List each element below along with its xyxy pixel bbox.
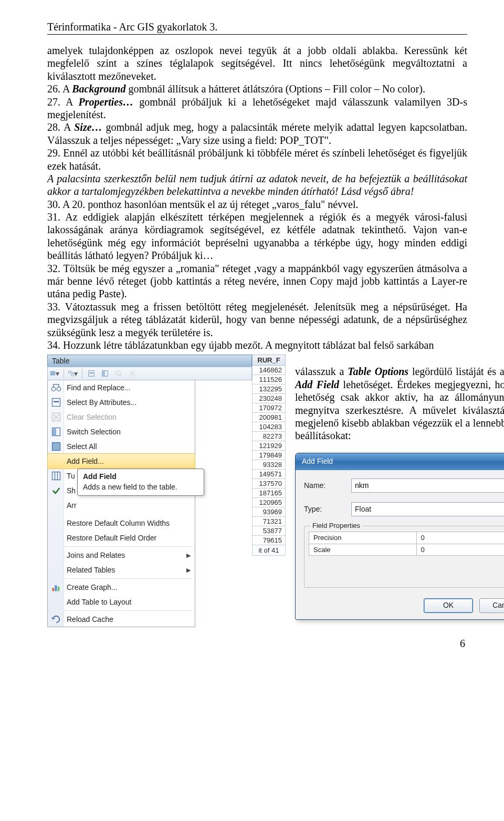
ok-button[interactable]: OK bbox=[424, 598, 473, 612]
table-cell[interactable]: 170972 bbox=[252, 403, 286, 413]
dialog-titlebar[interactable]: Add Field bbox=[296, 453, 504, 470]
table-row[interactable]: Scale 0 bbox=[309, 544, 505, 556]
binoculars-icon bbox=[51, 383, 61, 392]
txt: Background bbox=[72, 83, 125, 95]
para-28: 28. A Size… gombnál adjuk meg, hogy a pa… bbox=[47, 121, 467, 147]
txt: 34. Hozzunk létre táblázatunkban egy úja… bbox=[47, 339, 434, 351]
table-data-column: RUR_F 1468621115261322952302481709722009… bbox=[252, 355, 286, 556]
document-body: amelyek tulajdonképpen az oszlopok nevei… bbox=[47, 44, 467, 351]
menu-label: Find and Replace... bbox=[67, 383, 191, 392]
table-cell[interactable]: 179849 bbox=[252, 451, 286, 460]
menu-arrange[interactable]: Arr bbox=[48, 498, 195, 513]
para-29: 29. Ennél az utóbbi két beállításnál pró… bbox=[47, 147, 467, 172]
svg-point-9 bbox=[116, 371, 121, 376]
txt: Table Options bbox=[348, 366, 408, 377]
select-by-attr-icon[interactable] bbox=[87, 369, 96, 378]
type-value: Float bbox=[355, 505, 371, 514]
check-icon bbox=[51, 486, 61, 495]
menu-select-all[interactable]: Select All bbox=[48, 439, 195, 454]
prop-value[interactable]: 0 bbox=[416, 532, 504, 544]
txt: 26. A bbox=[47, 83, 72, 95]
para-intro: amelyek tulajdonképpen az oszlopok nevei… bbox=[47, 44, 467, 82]
table-cell[interactable]: 71321 bbox=[252, 517, 286, 526]
menu-reload-cache[interactable]: Reload Cache bbox=[48, 612, 195, 627]
menu-add-table-layout[interactable]: Add Table to Layout bbox=[48, 595, 195, 609]
table-cell[interactable]: 93328 bbox=[252, 460, 286, 470]
menu-find-replace[interactable]: Find and Replace... bbox=[48, 380, 195, 395]
type-label: Type: bbox=[304, 505, 351, 514]
name-label: Name: bbox=[304, 481, 351, 490]
table-cell[interactable]: 53877 bbox=[252, 526, 286, 536]
para-27: 27. A Properties… gombnál próbáljuk ki a… bbox=[47, 96, 467, 121]
table-cell[interactable]: 93969 bbox=[252, 507, 286, 517]
menu-related-tables[interactable]: Related Tables ▶ bbox=[48, 563, 195, 577]
clear-selection-icon[interactable] bbox=[128, 369, 137, 378]
tooltip-title: Add Field bbox=[83, 472, 198, 481]
svg-rect-13 bbox=[54, 401, 59, 403]
blank-icon bbox=[51, 550, 61, 560]
menu-label: Add Table to Layout bbox=[67, 598, 191, 606]
para-34-cont: válasszuk a Table Options legördülő list… bbox=[295, 365, 504, 442]
svg-rect-0 bbox=[50, 371, 56, 372]
blank-icon bbox=[51, 565, 61, 575]
cancel-button[interactable]: Cancel bbox=[479, 598, 504, 612]
table-cell[interactable]: 137570 bbox=[252, 479, 286, 489]
table-options-icon[interactable]: ▾ bbox=[50, 369, 59, 378]
para-note: A palacsinta szerkesztőn belül nem tudju… bbox=[47, 172, 467, 198]
menu-restore-col-widths[interactable]: Restore Default Column Widths bbox=[48, 516, 195, 531]
table-window-title: Table bbox=[47, 355, 252, 367]
svg-rect-19 bbox=[52, 588, 55, 591]
table-cell[interactable]: 82273 bbox=[252, 432, 286, 441]
para-32: 32. Töltsük be még egyszer a „romania" r… bbox=[47, 262, 467, 300]
para-26: 26. A Background gombnál állítsuk a hátt… bbox=[47, 82, 467, 95]
field-props-legend: Field Properties bbox=[310, 522, 363, 530]
column-header[interactable]: RUR_F bbox=[252, 355, 286, 366]
table-cell[interactable]: 121929 bbox=[252, 441, 286, 451]
add-field-dialog: Add Field Name: Type: Float ▾ bbox=[295, 453, 504, 620]
menu-restore-field-order[interactable]: Restore Default Field Order bbox=[48, 531, 195, 545]
svg-rect-17 bbox=[52, 443, 60, 451]
txt: 27. A bbox=[47, 96, 79, 108]
type-select[interactable]: Float ▾ bbox=[351, 502, 504, 516]
name-input[interactable] bbox=[351, 479, 504, 493]
table-cell[interactable]: 200981 bbox=[252, 413, 286, 422]
menu-clear-selection: Clear Selection bbox=[48, 410, 195, 424]
dialog-title: Add Field bbox=[302, 457, 333, 466]
table-row[interactable]: Precision 0 bbox=[309, 532, 505, 544]
svg-rect-2 bbox=[50, 375, 56, 376]
svg-rect-20 bbox=[55, 586, 57, 591]
table-cell[interactable]: 149571 bbox=[252, 470, 286, 479]
menu-switch-selection[interactable]: Switch Selection bbox=[48, 424, 195, 439]
switch-selection-icon[interactable] bbox=[100, 369, 110, 378]
blank-icon bbox=[51, 518, 61, 528]
menu-joins-relates[interactable]: Joins and Relates ▶ bbox=[48, 548, 195, 563]
tooltip-body: Adds a new field to the table. bbox=[83, 483, 198, 491]
svg-rect-4 bbox=[71, 374, 74, 376]
menu-add-field[interactable]: Add Field... bbox=[47, 453, 195, 469]
table-options-menu: Find and Replace... Select By Attributes… bbox=[47, 380, 195, 627]
related-tables-icon[interactable]: ▾ bbox=[68, 369, 78, 378]
menu-label: Select All bbox=[67, 442, 191, 451]
menu-label: Arr bbox=[67, 501, 191, 510]
blank-icon bbox=[51, 501, 61, 510]
table-cell[interactable]: 111526 bbox=[252, 375, 286, 384]
field-props-table[interactable]: Precision 0 Scale 0 bbox=[309, 532, 504, 556]
txt: válasszuk a bbox=[295, 366, 348, 377]
table-cell[interactable]: 104283 bbox=[252, 422, 286, 432]
table-cell[interactable]: 187165 bbox=[252, 489, 286, 498]
table-cell[interactable]: 120965 bbox=[252, 498, 286, 507]
menu-select-by-attributes[interactable]: Select By Attributes... bbox=[48, 395, 195, 410]
menu-label: Create Graph... bbox=[67, 583, 191, 591]
table-cell[interactable]: 230248 bbox=[252, 394, 286, 403]
table-cell[interactable]: 132295 bbox=[252, 384, 286, 394]
add-field-tooltip: Add Field Adds a new field to the table. bbox=[77, 469, 204, 496]
table-cell[interactable]: 79615 bbox=[252, 536, 286, 545]
blank-icon bbox=[51, 533, 61, 543]
zoom-selected-icon[interactable] bbox=[114, 369, 123, 378]
table-cell[interactable]: 146862 bbox=[252, 366, 286, 375]
menu-create-graph[interactable]: Create Graph... bbox=[48, 580, 195, 595]
para-31: 31. Az eddigiek alapján elkészített térk… bbox=[47, 211, 467, 262]
select-attr-icon bbox=[51, 398, 61, 407]
table-toolbar: ▾ ▾ bbox=[47, 367, 252, 380]
prop-value[interactable]: 0 bbox=[416, 544, 504, 556]
